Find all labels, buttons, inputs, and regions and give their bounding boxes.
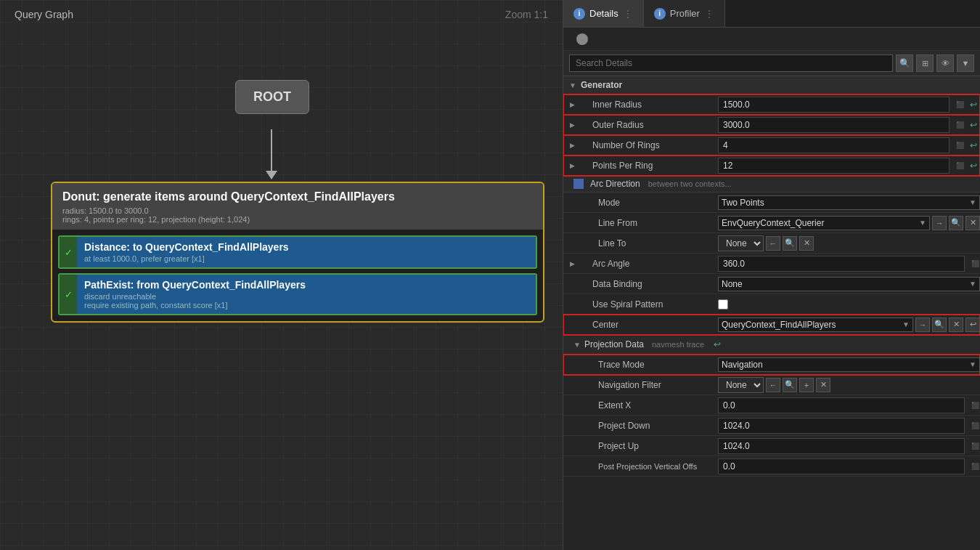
num-rings-reset-btn[interactable]: ↩: [967, 139, 980, 152]
tab-details[interactable]: i Details ⋮: [563, 0, 644, 27]
donut-node[interactable]: Donut: generate items around QueryContex…: [51, 182, 544, 323]
project-up-expand-btn[interactable]: ⬛: [970, 441, 980, 451]
tab-profiler-dots: ⋮: [704, 8, 714, 20]
line-from-label: Line From: [576, 215, 718, 231]
data-binding-row: Data Binding None ▼: [563, 274, 980, 294]
number-of-rings-label: Number Of Rings: [576, 137, 718, 153]
navigation-filter-dropdown[interactable]: None: [718, 377, 764, 393]
line-to-dropdown[interactable]: None: [718, 235, 764, 251]
arc-direction-header[interactable]: Arc Direction between two contexts...: [563, 176, 980, 193]
outer-radius-expand-btn[interactable]: ⬛: [955, 120, 965, 130]
arc-angle-value: ⬛: [718, 256, 980, 272]
ppr-reset-btn[interactable]: ↩: [967, 159, 980, 172]
inner-radius-expand[interactable]: ▶: [568, 101, 576, 108]
outer-radius-reset-btn[interactable]: ↩: [967, 118, 980, 132]
line-from-search-btn[interactable]: 🔍: [949, 216, 963, 230]
nav-filter-clear-btn[interactable]: ✕: [816, 378, 830, 392]
center-dropdown[interactable]: QueryContext_FindAllPlayers: [718, 318, 913, 332]
view-columns-button[interactable]: ⊞: [916, 54, 934, 72]
nav-filter-add-btn[interactable]: +: [799, 378, 814, 392]
test-title-pathexist: PathExist: from QueryContext_FindAllPlay…: [84, 279, 528, 291]
data-binding-dropdown[interactable]: None: [718, 277, 980, 291]
ppr-expand[interactable]: ▶: [568, 162, 576, 169]
test-check-pathexist[interactable]: ✓: [60, 275, 77, 314]
search-input[interactable]: [569, 54, 893, 72]
generator-label: Generator: [581, 80, 622, 90]
project-down-input[interactable]: [718, 418, 965, 434]
visibility-button[interactable]: 👁: [936, 54, 954, 72]
trace-mode-dropdown[interactable]: Navigation: [718, 357, 980, 372]
tab-profiler[interactable]: i Profiler ⋮: [644, 0, 725, 27]
center-row: Center QueryContext_FindAllPlayers ▼ → 🔍…: [563, 315, 980, 335]
inner-radius-label: Inner Radius: [576, 97, 718, 113]
mode-dropdown[interactable]: Two Points: [718, 195, 980, 210]
projection-data-reset-btn[interactable]: ↩: [711, 338, 724, 351]
test-content-pathexist: PathExist: from QueryContext_FindAllPlay…: [77, 275, 536, 314]
post-projection-input[interactable]: [718, 458, 965, 474]
arc-direction-color: [573, 179, 584, 189]
center-search-btn[interactable]: 🔍: [932, 318, 947, 332]
extent-x-expand-btn[interactable]: ⬛: [970, 400, 980, 411]
root-node[interactable]: ROOT: [235, 80, 309, 114]
number-of-rings-value: ⬛ ↩: [718, 137, 980, 153]
center-reset-btn[interactable]: ↩: [965, 318, 980, 332]
use-spiral-checkbox[interactable]: [718, 299, 728, 310]
number-of-rings-input[interactable]: [718, 137, 950, 153]
projection-data-label: Projection Data: [584, 339, 644, 349]
projection-arrow-icon: ▼: [573, 341, 581, 349]
inner-radius-expand-btn[interactable]: ⬛: [955, 100, 965, 110]
inner-radius-reset-btn[interactable]: ↩: [967, 98, 980, 111]
line-to-search-btn[interactable]: 🔍: [783, 236, 797, 251]
points-per-ring-input[interactable]: [718, 158, 950, 174]
data-binding-dropdown-container: None ▼: [718, 277, 980, 291]
arc-angle-expand-btn[interactable]: ⬛: [970, 259, 980, 269]
post-proj-expand-btn[interactable]: ⬛: [970, 461, 980, 472]
test-content-distance: Distance: to QueryContext_FindAllPlayers…: [77, 237, 536, 267]
trace-mode-label: Trace Mode: [576, 357, 718, 373]
inner-radius-input[interactable]: [718, 97, 950, 113]
line-from-arrow-btn[interactable]: →: [932, 216, 947, 230]
outer-radius-label: Outer Radius: [576, 117, 718, 133]
test-row-distance[interactable]: ✓ Distance: to QueryContext_FindAllPlaye…: [58, 235, 537, 269]
donut-subtitle-2: rings: 4, points per ring: 12, projectio…: [62, 215, 533, 224]
use-spiral-value: [718, 299, 980, 310]
outer-radius-row: ▶ Outer Radius ⬛ ↩: [563, 115, 980, 135]
project-down-expand-btn[interactable]: ⬛: [970, 421, 980, 431]
line-to-arrow-btn[interactable]: ←: [766, 236, 780, 251]
center-clear-btn[interactable]: ✕: [949, 318, 963, 332]
ppr-expand-btn[interactable]: ⬛: [955, 161, 965, 171]
nav-filter-arrow-btn[interactable]: ←: [766, 378, 780, 392]
properties-panel: ▼ Generator ▶ Inner Radius ⬛ ↩ ▶ Outer R…: [563, 76, 980, 550]
search-button[interactable]: 🔍: [896, 54, 913, 72]
inner-radius-value: ⬛ ↩: [718, 97, 980, 113]
arc-angle-expand[interactable]: ▶: [568, 260, 576, 267]
donut-body: ✓ Distance: to QueryContext_FindAllPlaye…: [52, 230, 543, 321]
outer-radius-input[interactable]: [718, 117, 950, 133]
inner-radius-row: ▶ Inner Radius ⬛ ↩: [563, 94, 980, 115]
line-from-clear-btn[interactable]: ✕: [965, 216, 980, 230]
test-check-distance[interactable]: ✓: [60, 237, 77, 267]
num-rings-expand[interactable]: ▶: [568, 142, 576, 149]
generator-arrow-icon: ▼: [569, 81, 576, 89]
trace-mode-dropdown-container: Navigation ▼: [718, 357, 980, 372]
outer-radius-value: ⬛ ↩: [718, 117, 980, 133]
num-rings-expand-btn[interactable]: ⬛: [955, 140, 965, 150]
outer-radius-expand[interactable]: ▶: [568, 121, 576, 129]
generator-section-header[interactable]: ▼ Generator: [563, 76, 980, 94]
line-to-clear-btn[interactable]: ✕: [799, 236, 814, 251]
nav-filter-search-btn[interactable]: 🔍: [783, 378, 797, 392]
extent-x-row: Extent X ⬛: [563, 395, 980, 416]
line-from-value: EnvQueryContext_Querier ▼ → 🔍 ✕: [718, 216, 980, 230]
projection-data-header[interactable]: ▼ Projection Data navmesh trace ↩: [563, 335, 980, 355]
line-from-dropdown[interactable]: EnvQueryContext_Querier: [718, 216, 930, 230]
extent-x-input[interactable]: [718, 397, 965, 413]
center-value: QueryContext_FindAllPlayers ▼ → 🔍 ✕ ↩: [718, 318, 980, 332]
center-arrow-btn[interactable]: →: [915, 318, 930, 332]
search-bar: 🔍 ⊞ 👁 ▼: [563, 51, 980, 76]
test-row-pathexist[interactable]: ✓ PathExist: from QueryContext_FindAllPl…: [58, 273, 537, 315]
tab-profiler-label: Profiler: [670, 8, 700, 19]
view-options-button[interactable]: ▼: [957, 54, 974, 72]
line-to-label: Line To: [576, 235, 718, 251]
arc-angle-input[interactable]: [718, 256, 965, 272]
project-up-input[interactable]: [718, 438, 965, 454]
